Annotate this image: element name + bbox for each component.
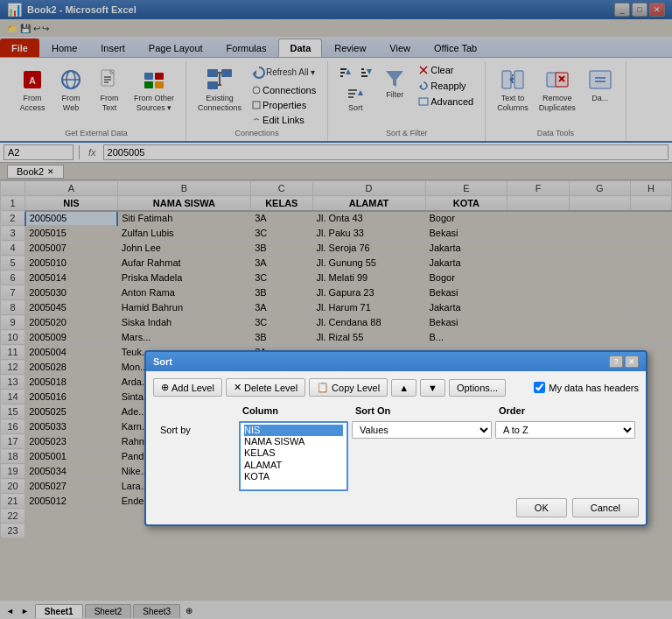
dialog-footer: OK Cancel <box>153 498 639 517</box>
sort-on-dropdown-container: Values Cell Color Font Color Cell Icon <box>352 421 492 439</box>
add-level-icon: ⊕ <box>161 382 169 393</box>
sort-col-sorton-header: Sort On <box>352 404 492 418</box>
options-label: Options... <box>457 383 498 393</box>
move-up-button[interactable]: ▲ <box>391 379 416 397</box>
my-data-has-headers-text: My data has headers <box>549 383 639 393</box>
sort-col-order-header: Order <box>495 404 635 418</box>
copy-level-label: Copy Level <box>332 383 380 393</box>
dialog-title: Sort <box>153 356 172 367</box>
sort-by-label: Sort by <box>157 421 235 439</box>
sort-order-select[interactable]: A to Z Z to A Custom List... <box>495 421 635 439</box>
delete-level-label: Delete Level <box>244 383 298 393</box>
copy-level-icon: 📋 <box>317 382 329 393</box>
sort-column-dropdown[interactable]: NIS NAMA SISWA KELAS ALAMAT KOTA <box>239 421 348 491</box>
move-up-icon: ▲ <box>399 383 409 393</box>
add-level-label: Add Level <box>172 383 214 393</box>
add-level-button[interactable]: ⊕ Add Level <box>153 378 222 397</box>
sort-dialog: Sort ? ✕ ⊕ Add Level ✕ Delete Level <box>144 350 648 526</box>
move-down-icon: ▼ <box>428 383 438 393</box>
dialog-help-button[interactable]: ? <box>609 355 623 368</box>
sort-column-select[interactable]: NIS NAMA SISWA KELAS ALAMAT KOTA <box>239 421 348 491</box>
my-data-has-headers-checkbox[interactable] <box>534 382 545 393</box>
dialog-title-bar: Sort ? ✕ <box>146 352 646 371</box>
sort-on-select[interactable]: Values Cell Color Font Color Cell Icon <box>352 421 492 439</box>
delete-level-button[interactable]: ✕ Delete Level <box>226 378 305 397</box>
sort-col-column-header: Column <box>239 404 348 418</box>
cancel-button[interactable]: Cancel <box>572 498 639 517</box>
sort-order-dropdown-container: A to Z Z to A Custom List... <box>495 421 635 439</box>
sort-col-empty <box>157 404 235 418</box>
dialog-close-button[interactable]: ✕ <box>625 355 639 368</box>
move-down-button[interactable]: ▼ <box>420 379 445 397</box>
copy-level-button[interactable]: 📋 Copy Level <box>309 378 388 397</box>
my-data-has-headers-label[interactable]: My data has headers <box>534 382 639 393</box>
dialog-overlay: Sort ? ✕ ⊕ Add Level ✕ Delete Level <box>0 0 672 619</box>
dialog-controls: ? ✕ <box>609 355 639 368</box>
delete-level-icon: ✕ <box>234 382 242 393</box>
app-window: 📊 Book2 - Microsoft Excel _ □ ✕ 📁 💾 ↩ ↪ … <box>0 0 672 619</box>
options-button[interactable]: Options... <box>449 379 506 397</box>
ok-button[interactable]: OK <box>516 498 567 517</box>
dialog-content: ⊕ Add Level ✕ Delete Level 📋 Copy Level … <box>146 371 646 524</box>
sort-row: Sort by NIS NAMA SISWA KELAS ALAMAT KOTA <box>153 421 639 491</box>
sort-columns-header: Column Sort On Order <box>153 404 639 418</box>
dialog-toolbar: ⊕ Add Level ✕ Delete Level 📋 Copy Level … <box>153 378 639 397</box>
